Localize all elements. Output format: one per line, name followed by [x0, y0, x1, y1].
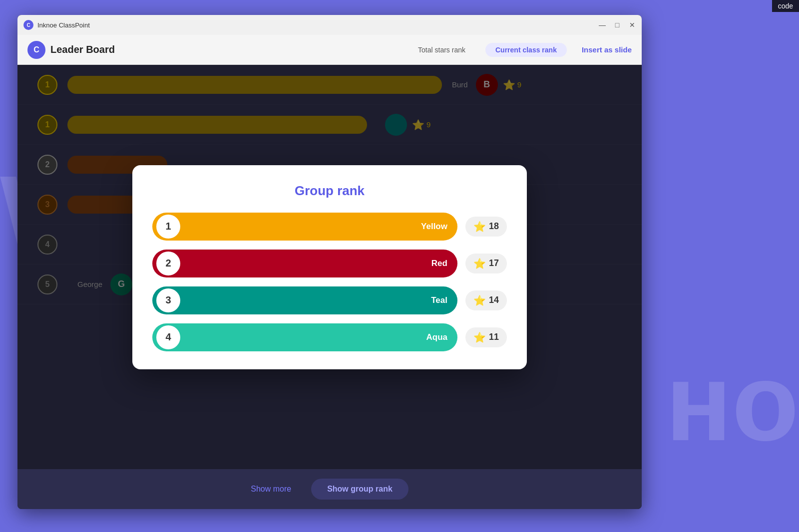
group-score-2: ⭐ 17 — [465, 254, 507, 273]
group-label-1: Yellow — [421, 222, 447, 232]
group-score-num-3: 14 — [489, 295, 499, 305]
group-score-num-2: 17 — [489, 258, 499, 268]
tab-total-stars[interactable]: Total stars rank — [408, 43, 475, 57]
group-bar-wrapper: 1 Yellow — [152, 213, 457, 241]
footer: Show more Show group rank — [17, 469, 642, 509]
group-rank-circle-2: 2 — [156, 252, 180, 275]
header-logo: C — [27, 41, 45, 59]
title-bar: C Inknoe ClassPoint — □ ✕ — [17, 15, 642, 35]
show-more-button[interactable]: Show more — [251, 485, 291, 494]
main-window: C Inknoe ClassPoint — □ ✕ C Leader Board… — [17, 15, 642, 509]
star-icon: ⭐ — [473, 221, 486, 233]
group-score-num-4: 11 — [489, 332, 499, 342]
close-button[interactable]: ✕ — [629, 21, 636, 28]
star-icon: ⭐ — [473, 294, 486, 306]
group-score-1: ⭐ 18 — [465, 217, 507, 237]
header-title: Leader Board — [50, 44, 408, 55]
group-row-3: 3 Teal ⭐ 14 — [152, 286, 507, 314]
bg-text-right: но — [666, 347, 799, 457]
group-label-4: Aqua — [426, 332, 447, 342]
group-bar-wrapper: 3 Teal — [152, 286, 457, 314]
star-icon: ⭐ — [473, 258, 486, 269]
show-group-rank-button[interactable]: Show group rank — [311, 479, 408, 500]
group-label-2: Red — [431, 259, 447, 268]
group-row-1: 1 Yellow ⭐ 18 — [152, 213, 507, 241]
group-row-2: 2 Red ⭐ 17 — [152, 250, 507, 277]
title-bar-logo: C — [23, 20, 33, 30]
group-rank-modal: Group rank 1 Yellow ⭐ 18 — [132, 165, 527, 369]
header: C Leader Board Total stars rank Current … — [17, 35, 642, 65]
group-rank-circle-1: 1 — [156, 215, 180, 239]
group-rank-circle-4: 4 — [156, 325, 180, 349]
modal-overlay[interactable]: Group rank 1 Yellow ⭐ 18 — [17, 65, 642, 469]
group-score-3: ⭐ 14 — [465, 290, 507, 310]
group-bar-wrapper: 4 Aqua — [152, 323, 457, 351]
group-row-4: 4 Aqua ⭐ 11 — [152, 323, 507, 351]
group-score-4: ⭐ 11 — [465, 327, 507, 347]
title-bar-controls: — □ ✕ — [599, 21, 636, 28]
group-bar-wrapper: 2 Red — [152, 250, 457, 277]
bg-code-label: code — [772, 0, 799, 12]
tab-current-class[interactable]: Current class rank — [485, 43, 567, 57]
maximize-button[interactable]: □ — [614, 21, 621, 28]
modal-title: Group rank — [152, 183, 507, 199]
group-label-3: Teal — [431, 295, 447, 305]
group-score-num-1: 18 — [489, 221, 499, 232]
title-bar-title: Inknoe ClassPoint — [37, 21, 599, 29]
group-rank-circle-3: 3 — [156, 288, 180, 312]
main-content: 1 Burd B ⭐ 9 1 ⭐ 9 2 3 — [17, 65, 642, 469]
insert-as-slide-button[interactable]: Insert as slide — [582, 45, 632, 54]
star-icon: ⭐ — [473, 331, 486, 343]
header-tabs: Total stars rank Current class rank — [408, 43, 567, 57]
minimize-button[interactable]: — — [599, 21, 606, 28]
